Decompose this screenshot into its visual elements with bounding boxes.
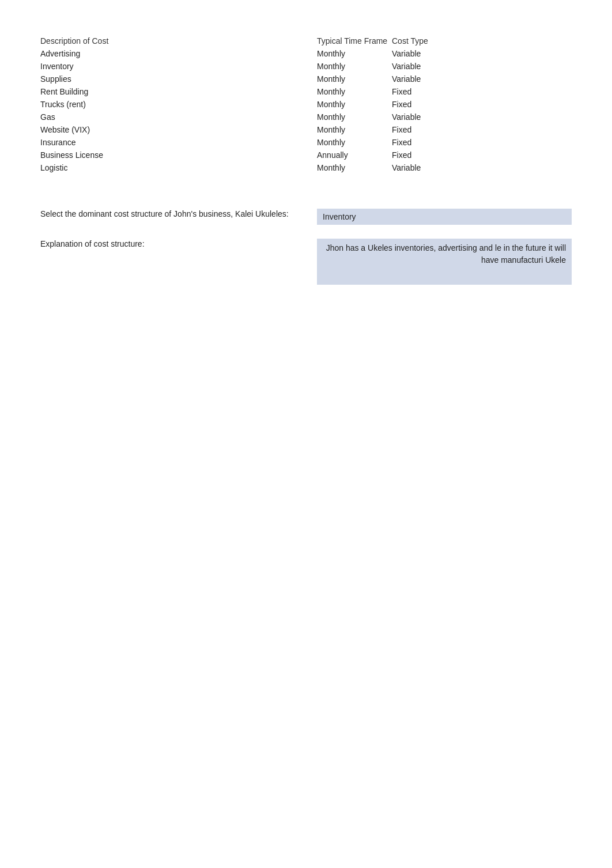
table-row: AdvertisingMonthlyVariable <box>40 47 572 60</box>
cell-description: Business License <box>40 150 317 160</box>
cell-timeframe: Monthly <box>317 62 392 71</box>
table-row: InventoryMonthlyVariable <box>40 60 572 73</box>
cell-timeframe: Monthly <box>317 163 392 172</box>
cell-costtype: Variable <box>392 49 461 58</box>
dominant-cost-row: Select the dominant cost structure of Jo… <box>40 209 572 225</box>
bottom-section: Select the dominant cost structure of Jo… <box>40 209 572 285</box>
table-row: SuppliesMonthlyVariable <box>40 73 572 85</box>
cell-description: Insurance <box>40 138 317 147</box>
cell-timeframe: Monthly <box>317 49 392 58</box>
cell-costtype: Fixed <box>392 150 461 160</box>
table-header-row: Description of Cost Typical Time Frame C… <box>40 35 572 47</box>
cell-description: Advertising <box>40 49 317 58</box>
cell-description: Website (VIX) <box>40 125 317 134</box>
table-row: Rent BuildingMonthlyFixed <box>40 85 572 98</box>
cell-costtype: Fixed <box>392 138 461 147</box>
header-timeframe: Typical Time Frame <box>317 36 392 46</box>
cell-timeframe: Annually <box>317 150 392 160</box>
table-row: InsuranceMonthlyFixed <box>40 136 572 149</box>
header-costtype: Cost Type <box>392 36 461 46</box>
cell-description: Trucks (rent) <box>40 100 317 109</box>
cell-timeframe: Monthly <box>317 100 392 109</box>
table-row: Website (VIX)MonthlyFixed <box>40 123 572 136</box>
cell-description: Logistic <box>40 163 317 172</box>
table-body: AdvertisingMonthlyVariableInventoryMonth… <box>40 47 572 174</box>
table-row: Trucks (rent)MonthlyFixed <box>40 98 572 111</box>
cost-table: Description of Cost Typical Time Frame C… <box>40 35 572 174</box>
cell-description: Rent Building <box>40 87 317 96</box>
explanation-label: Explanation of cost structure: <box>40 239 317 250</box>
table-row: Business LicenseAnnuallyFixed <box>40 149 572 161</box>
cell-costtype: Fixed <box>392 125 461 134</box>
header-description: Description of Cost <box>40 36 317 46</box>
explanation-value[interactable]: Jhon has a Ukeles inventories, advertisi… <box>317 239 572 285</box>
cell-costtype: Fixed <box>392 87 461 96</box>
cell-costtype: Variable <box>392 62 461 71</box>
cell-timeframe: Monthly <box>317 74 392 84</box>
cell-costtype: Variable <box>392 112 461 122</box>
explanation-row: Explanation of cost structure: Jhon has … <box>40 239 572 285</box>
table-row: GasMonthlyVariable <box>40 111 572 123</box>
cell-timeframe: Monthly <box>317 125 392 134</box>
table-row: LogisticMonthlyVariable <box>40 161 572 174</box>
cell-description: Inventory <box>40 62 317 71</box>
cell-description: Gas <box>40 112 317 122</box>
cell-costtype: Fixed <box>392 100 461 109</box>
cell-description: Supplies <box>40 74 317 84</box>
dominant-cost-value[interactable]: Inventory <box>317 209 572 225</box>
cell-timeframe: Monthly <box>317 112 392 122</box>
cell-costtype: Variable <box>392 163 461 172</box>
dominant-cost-label: Select the dominant cost structure of Jo… <box>40 209 317 220</box>
cell-costtype: Variable <box>392 74 461 84</box>
cell-timeframe: Monthly <box>317 138 392 147</box>
cell-timeframe: Monthly <box>317 87 392 96</box>
